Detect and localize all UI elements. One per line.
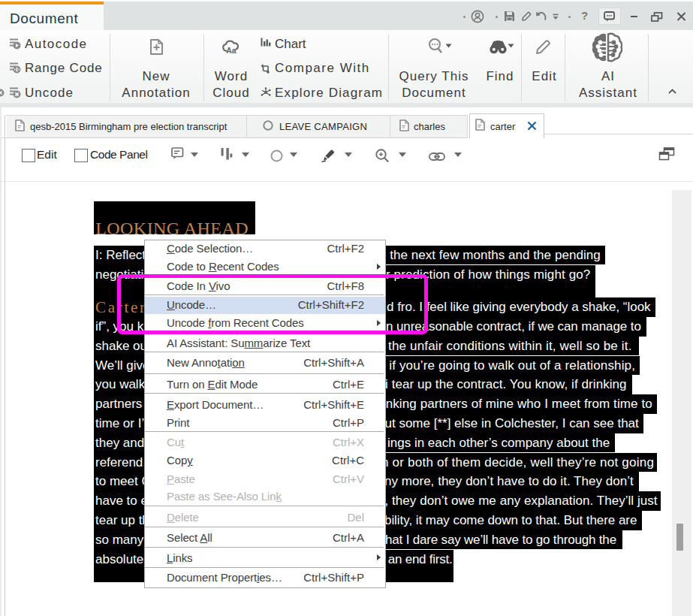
svg-text:Aa: Aa	[226, 46, 237, 55]
